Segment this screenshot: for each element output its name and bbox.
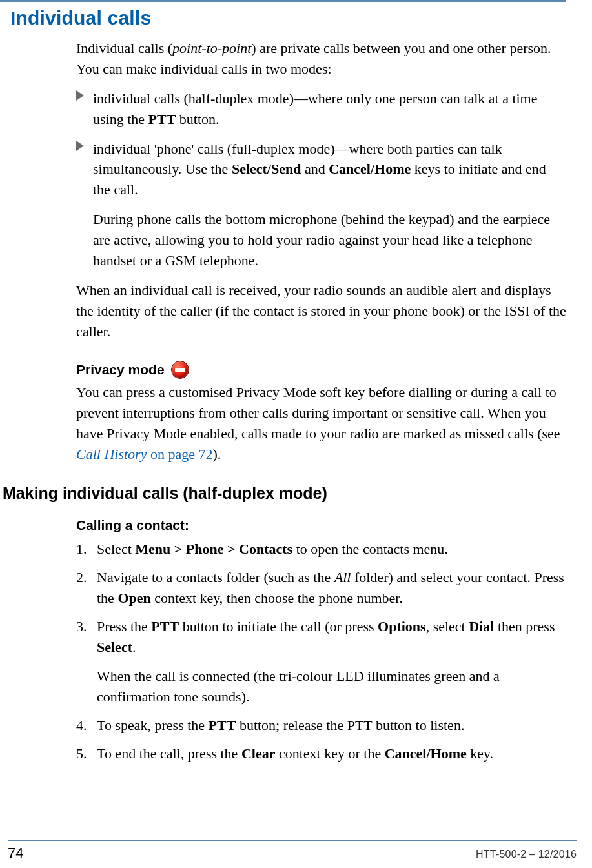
text: Select xyxy=(97,541,135,557)
doc-id: HTT-500-2 – 12/2016 xyxy=(476,849,577,860)
footer-row: 74 HTT-500-2 – 12/2016 xyxy=(8,845,577,862)
text-bold: Select/Send xyxy=(232,161,301,177)
body: Individual calls (point-to-point) are pr… xyxy=(76,38,566,465)
section-heading: Making individual calls (half-duplex mod… xyxy=(3,484,566,503)
mode-list: individual calls (half-duplex mode)—wher… xyxy=(76,88,566,271)
do-not-disturb-icon xyxy=(171,361,189,379)
text: . xyxy=(132,639,136,655)
text-bold: Cancel/Home xyxy=(329,161,411,177)
page-number: 74 xyxy=(8,845,23,862)
text: button; release the PTT button to listen… xyxy=(236,717,464,733)
text: context key or the xyxy=(275,745,384,762)
text: To end the call, press the xyxy=(97,745,241,762)
document-page: Individual calls Individual calls (point… xyxy=(0,0,592,868)
page-footer: 74 HTT-500-2 – 12/2016 xyxy=(0,840,592,862)
text-bold: PTT xyxy=(148,111,176,127)
list-item: To end the call, press the Clear context… xyxy=(76,743,566,764)
sub-paragraph: During phone calls the bottom microphone… xyxy=(93,209,566,271)
text: context key, then choose the phone numbe… xyxy=(151,590,403,606)
list-item: To speak, press the PTT button; release … xyxy=(76,715,566,736)
heading-text: Privacy mode xyxy=(76,360,165,379)
text-bold: Clear xyxy=(241,745,276,762)
text-emphasis: All xyxy=(334,569,351,585)
text: to open the contacts menu. xyxy=(292,541,448,557)
text: To speak, press the xyxy=(97,717,209,733)
text: button to initiate the call (or press xyxy=(179,618,378,634)
text-emphasis: point-to-point xyxy=(172,40,251,56)
bullet-icon xyxy=(76,141,84,151)
list-item: Navigate to a contacts folder (such as t… xyxy=(76,567,566,609)
privacy-heading: Privacy mode xyxy=(76,360,566,379)
text-bold: Menu > Phone > Contacts xyxy=(135,541,292,557)
intro-paragraph: Individual calls (point-to-point) are pr… xyxy=(76,38,566,79)
text-bold: Select xyxy=(97,639,132,655)
text: Press the xyxy=(97,618,151,634)
list-item: Press the PTT button to initiate the cal… xyxy=(76,616,566,708)
text-bold: Options xyxy=(378,618,426,634)
list-item: individual 'phone' calls (full-duplex mo… xyxy=(76,139,566,271)
text-bold: PTT xyxy=(209,717,236,733)
text-bold: Open xyxy=(117,590,150,606)
text-bold: Dial xyxy=(469,618,494,634)
footer-rule xyxy=(8,840,577,841)
text: key. xyxy=(467,745,493,762)
step-list: Select Menu > Phone > Contacts to open t… xyxy=(76,539,566,764)
bullet-icon xyxy=(76,90,84,101)
steps-body: Calling a contact: Select Menu > Phone >… xyxy=(76,516,566,764)
privacy-paragraph: You can press a customised Privacy Mode … xyxy=(76,382,566,465)
text: Individual calls ( xyxy=(76,40,172,56)
page-title: Individual calls xyxy=(10,7,566,29)
steps-heading: Calling a contact: xyxy=(76,516,566,535)
text: You can press a customised Privacy Mode … xyxy=(76,384,560,441)
text: button. xyxy=(176,111,219,127)
top-rule xyxy=(0,0,566,2)
step-note: When the call is connected (the tri-colo… xyxy=(97,666,566,707)
link-call-history[interactable]: Call History xyxy=(76,446,147,462)
text: Navigate to a contacts folder (such as t… xyxy=(97,569,334,585)
list-item: Select Menu > Phone > Contacts to open t… xyxy=(76,539,566,560)
paragraph: When an individual call is received, you… xyxy=(76,280,566,342)
text: and xyxy=(301,161,329,177)
text: then press xyxy=(494,618,555,634)
text-bold: Cancel/Home xyxy=(385,745,467,762)
text: ). xyxy=(212,446,221,462)
list-item: individual calls (half-duplex mode)—wher… xyxy=(76,88,566,130)
link-call-history-page[interactable]: on page 72 xyxy=(147,446,212,462)
text: , select xyxy=(426,618,469,634)
text-bold: PTT xyxy=(151,618,179,634)
